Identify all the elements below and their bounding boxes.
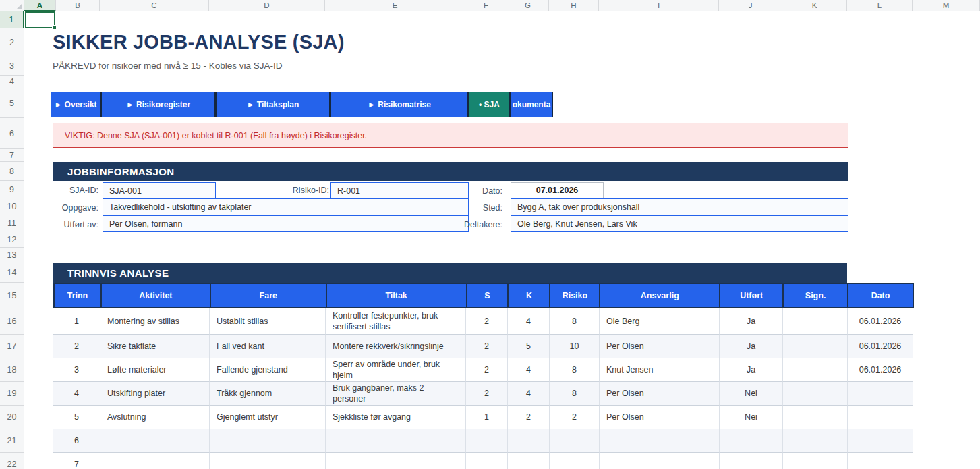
- cell-utfort[interactable]: Nei: [720, 406, 783, 429]
- cell-aktivitet[interactable]: Montering av stillas: [100, 308, 210, 335]
- column-header-tiltak[interactable]: Tiltak: [327, 284, 467, 307]
- row-header-17[interactable]: 17: [0, 335, 24, 358]
- cell-sign[interactable]: [783, 335, 848, 358]
- cell-utfort[interactable]: Nei: [720, 382, 783, 406]
- cell-utfort[interactable]: Ja: [720, 308, 783, 335]
- cell-aktivitet[interactable]: Avslutning: [100, 406, 210, 429]
- cell-k[interactable]: 4: [508, 308, 550, 335]
- cell-fare[interactable]: Tråkk gjennom: [210, 382, 326, 406]
- row-header-2[interactable]: 2: [0, 28, 24, 57]
- row-header-4[interactable]: 4: [0, 76, 24, 88]
- active-cell-selection[interactable]: [25, 11, 55, 28]
- cell-sign[interactable]: [783, 429, 848, 453]
- row-header-20[interactable]: 20: [0, 406, 24, 429]
- cell-tiltak[interactable]: [326, 453, 466, 469]
- cell-trinn[interactable]: 6: [53, 429, 100, 453]
- cell-k[interactable]: 4: [508, 382, 550, 406]
- cell-s[interactable]: 2: [466, 335, 508, 358]
- utfort-av-field[interactable]: Per Olsen, formann: [103, 215, 469, 232]
- row-header-16[interactable]: 16: [0, 308, 24, 335]
- column-header-g[interactable]: G: [507, 0, 549, 11]
- cell-k[interactable]: 5: [508, 335, 550, 358]
- tab-sja[interactable]: • SJA: [469, 92, 511, 117]
- tab-risikoregister[interactable]: ► Risikoregister: [101, 92, 216, 117]
- column-header-aktivitet[interactable]: Aktivitet: [102, 284, 211, 307]
- row-header-10[interactable]: 10: [0, 198, 24, 215]
- row-header-22[interactable]: 22: [0, 453, 24, 469]
- cell-dato[interactable]: [848, 382, 913, 406]
- cell-risiko[interactable]: [550, 429, 600, 453]
- column-header-l[interactable]: L: [847, 0, 913, 11]
- row-header-12[interactable]: 12: [0, 231, 24, 248]
- cell-dato[interactable]: [848, 406, 913, 429]
- tab-tiltaksplan[interactable]: ► Tiltaksplan: [216, 92, 330, 117]
- cell-aktivitet[interactable]: Sikre takflate: [100, 335, 210, 358]
- column-header-trinn[interactable]: Trinn: [55, 284, 102, 307]
- cell-aktivitet[interactable]: Løfte materialer: [100, 358, 210, 382]
- sted-field[interactable]: Bygg A, tak over produksjonshall: [511, 198, 848, 216]
- row-header-1[interactable]: 1: [0, 11, 24, 28]
- tab-risikomatrise[interactable]: ► Risikomatrise: [330, 92, 469, 117]
- cell-tiltak[interactable]: Sperr av område under, bruk hjelm: [326, 358, 466, 382]
- dato-field[interactable]: 07.01.2026: [511, 182, 604, 198]
- row-header-7[interactable]: 7: [0, 149, 24, 162]
- cell-risiko[interactable]: 8: [550, 358, 600, 382]
- row-header-21[interactable]: 21: [0, 429, 24, 453]
- column-header-dato[interactable]: Dato: [848, 284, 914, 307]
- cell-utfort[interactable]: Ja: [720, 335, 783, 358]
- column-header-f[interactable]: F: [465, 0, 507, 11]
- cell-dato[interactable]: 06.01.2026: [848, 358, 913, 382]
- fill-handle[interactable]: [52, 25, 57, 30]
- cell-k[interactable]: 2: [508, 406, 550, 429]
- cell-fare[interactable]: [210, 429, 326, 453]
- column-header-d[interactable]: D: [209, 0, 325, 11]
- column-header-j[interactable]: J: [719, 0, 782, 11]
- row-header-8[interactable]: 8: [0, 162, 24, 181]
- row-header-11[interactable]: 11: [0, 215, 24, 231]
- cell-trinn[interactable]: 2: [53, 335, 100, 358]
- column-header-h[interactable]: H: [549, 0, 599, 11]
- cell-tiltak[interactable]: Bruk gangbaner, maks 2 personer: [326, 382, 466, 406]
- cell-trinn[interactable]: 4: [53, 382, 100, 406]
- column-header-k[interactable]: K: [509, 284, 550, 307]
- cell-dato[interactable]: [848, 453, 913, 469]
- cell-ansvarlig[interactable]: Per Olsen: [600, 335, 720, 358]
- cell-risiko[interactable]: 10: [550, 335, 600, 358]
- cell-risiko[interactable]: 8: [550, 308, 600, 335]
- cell-aktivitet[interactable]: [100, 429, 210, 453]
- cell-tiltak[interactable]: Kontroller festepunkter, bruk sertifiser…: [326, 308, 466, 335]
- cell-k[interactable]: [508, 453, 550, 469]
- cell-fare[interactable]: [210, 453, 326, 469]
- cell-ansvarlig[interactable]: Per Olsen: [600, 406, 720, 429]
- cell-trinn[interactable]: 7: [53, 453, 100, 469]
- cell-trinn[interactable]: 1: [53, 308, 100, 335]
- row-header-15[interactable]: 15: [0, 283, 24, 308]
- cell-dato[interactable]: 06.01.2026: [848, 335, 913, 358]
- cell-risiko[interactable]: 2: [550, 406, 600, 429]
- column-header-c[interactable]: C: [100, 0, 209, 11]
- select-all-corner[interactable]: [0, 0, 24, 11]
- cell-fare[interactable]: Fallende gjenstand: [210, 358, 326, 382]
- cell-sign[interactable]: [783, 358, 848, 382]
- cell-sign[interactable]: [783, 453, 848, 469]
- cell-s[interactable]: [466, 453, 508, 469]
- column-header-m[interactable]: M: [913, 0, 980, 11]
- column-header-e[interactable]: E: [325, 0, 465, 11]
- cell-tiltak[interactable]: Sjekkliste før avgang: [326, 406, 466, 429]
- sja-id-field[interactable]: SJA-001: [103, 182, 216, 199]
- cell-sign[interactable]: [783, 406, 848, 429]
- column-header-b[interactable]: B: [56, 0, 100, 11]
- cell-risiko[interactable]: [550, 453, 600, 469]
- cell-s[interactable]: 2: [466, 382, 508, 406]
- tab-oversikt[interactable]: ► Oversikt: [51, 92, 101, 117]
- row-header-18[interactable]: 18: [0, 358, 24, 382]
- cell-s[interactable]: 2: [466, 308, 508, 335]
- column-header-ansvarlig[interactable]: Ansvarlig: [600, 284, 720, 307]
- tab-dokumentasjon[interactable]: okumenta: [511, 92, 553, 117]
- cell-fare[interactable]: Ustabilt stillas: [210, 308, 326, 335]
- column-header-sign[interactable]: Sign.: [784, 284, 848, 307]
- cell-tiltak[interactable]: [326, 429, 466, 453]
- row-header-5[interactable]: 5: [0, 88, 24, 118]
- cell-utfort[interactable]: Ja: [720, 358, 783, 382]
- cell-fare[interactable]: Gjenglemt utstyr: [210, 406, 326, 429]
